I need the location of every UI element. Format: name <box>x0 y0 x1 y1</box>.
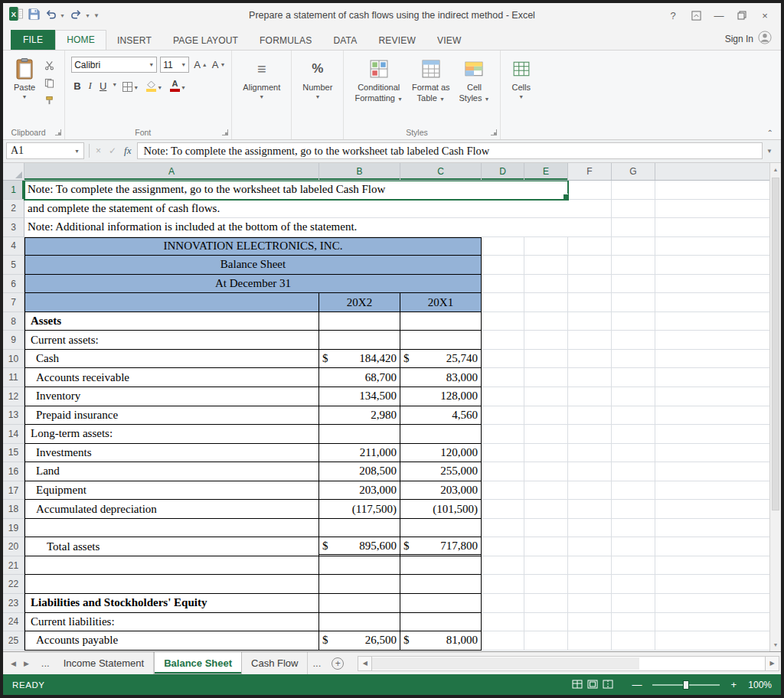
cell-f9[interactable] <box>568 331 612 350</box>
cell-f2[interactable] <box>568 200 612 219</box>
insert-function-icon[interactable]: fx <box>124 145 131 157</box>
cell-e10[interactable] <box>524 350 568 369</box>
column-header-b[interactable]: B <box>319 163 400 180</box>
sheet-prev-icon[interactable]: ◀ <box>11 660 16 667</box>
cell-b7[interactable]: 20X2 <box>319 293 400 312</box>
cell-g1[interactable] <box>612 181 655 200</box>
zoom-out-button[interactable]: — <box>632 679 642 690</box>
cell-f17[interactable] <box>568 481 612 501</box>
cell-d6[interactable] <box>482 275 524 294</box>
cell-d20[interactable] <box>482 537 524 556</box>
cell-e12[interactable] <box>524 387 568 406</box>
cell-d11[interactable] <box>482 368 524 387</box>
cell-a3[interactable]: Note: Additional information is included… <box>24 218 568 237</box>
column-header-e[interactable]: E <box>524 163 568 180</box>
name-box-caret-icon[interactable]: ▼ <box>74 148 80 155</box>
cell-e5[interactable] <box>524 256 568 275</box>
cell-c12[interactable]: 128,000 <box>400 387 482 406</box>
sheet-next-icon[interactable]: ▶ <box>24 660 29 667</box>
cell-b14[interactable] <box>319 425 400 444</box>
cell-e15[interactable] <box>524 444 568 463</box>
row-header-6[interactable]: 6 <box>3 275 24 294</box>
row-header-5[interactable]: 5 <box>3 256 24 275</box>
redo-dropdown-caret-icon[interactable]: ▼ <box>85 13 90 18</box>
cell-b20[interactable]: $895,600 <box>319 537 400 556</box>
column-header-c[interactable]: C <box>400 163 482 180</box>
cell-d24[interactable] <box>482 613 524 632</box>
cell-c21[interactable] <box>400 556 482 576</box>
cell-b13[interactable]: 2,980 <box>319 406 400 426</box>
row-header-8[interactable]: 8 <box>3 312 24 331</box>
cell-f12[interactable] <box>568 387 612 406</box>
cell-a7[interactable] <box>24 293 319 312</box>
zoom-slider[interactable] <box>652 684 720 686</box>
row-header-2[interactable]: 2 <box>3 200 24 219</box>
cell-d25[interactable] <box>482 631 524 651</box>
restore-button[interactable] <box>732 7 752 24</box>
enter-icon[interactable]: ✓ <box>109 145 116 156</box>
cell-e11[interactable] <box>524 368 568 387</box>
cell-f3[interactable] <box>568 218 612 237</box>
save-icon[interactable] <box>28 8 40 23</box>
cell-d22[interactable] <box>482 575 524 594</box>
tab-insert[interactable]: INSERT <box>106 31 162 51</box>
cell-c9[interactable] <box>400 331 482 350</box>
tab-file[interactable]: FILE <box>11 30 55 51</box>
cell-c20[interactable]: $717,800 <box>400 537 482 556</box>
cell-g20[interactable] <box>612 537 655 556</box>
cell-a24[interactable]: Current liabilities: <box>24 613 319 632</box>
undo-icon[interactable] <box>45 8 57 23</box>
shrink-font-icon[interactable]: A▼ <box>211 59 226 70</box>
cell-a11[interactable]: Accounts receivable <box>24 368 319 387</box>
undo-dropdown-caret-icon[interactable]: ▼ <box>60 13 65 18</box>
paste-button[interactable]: Paste ▼ <box>9 55 40 103</box>
cell-b12[interactable]: 134,500 <box>319 387 400 406</box>
cell-g24[interactable] <box>612 613 655 632</box>
row-header-23[interactable]: 23 <box>3 594 24 613</box>
cell-a8[interactable]: Assets <box>24 312 319 331</box>
tab-review[interactable]: REVIEW <box>368 31 426 51</box>
cell-b23[interactable] <box>319 594 400 613</box>
row-header-25[interactable]: 25 <box>3 631 24 651</box>
cell-f1[interactable] <box>568 181 612 200</box>
cell-f10[interactable] <box>568 350 612 369</box>
cell-b8[interactable] <box>319 312 400 331</box>
cell-a22[interactable] <box>24 575 319 594</box>
cell-g23[interactable] <box>612 594 655 613</box>
cell-e14[interactable] <box>524 425 568 444</box>
cell-g11[interactable] <box>612 368 655 387</box>
cell-e24[interactable] <box>524 613 568 632</box>
font-name-combo[interactable]: Calibri ▼ <box>71 57 157 73</box>
cell-f5[interactable] <box>568 256 612 275</box>
cell-d10[interactable] <box>482 350 524 369</box>
cell-a2[interactable]: and complete the statement of cash flows… <box>24 200 568 219</box>
cell-g22[interactable] <box>612 575 655 594</box>
grow-font-icon[interactable]: A▲ <box>192 59 207 70</box>
underline-button[interactable]: U <box>97 77 109 92</box>
cell-c15[interactable]: 120,000 <box>400 444 482 463</box>
format-painter-icon[interactable] <box>41 93 57 107</box>
cell-f25[interactable] <box>568 631 612 651</box>
cell-b24[interactable] <box>319 613 400 632</box>
cell-a21[interactable] <box>24 556 319 576</box>
cell-f20[interactable] <box>568 537 612 556</box>
cell-e25[interactable] <box>524 631 568 651</box>
sheet-tab-income-statement[interactable]: Income Statement <box>54 652 155 674</box>
cell-a20[interactable]: Total assets <box>24 537 319 556</box>
column-header-d[interactable]: D <box>482 163 524 180</box>
cell-f4[interactable] <box>568 237 612 256</box>
cell-f6[interactable] <box>568 275 612 294</box>
cell-e8[interactable] <box>524 312 568 331</box>
cell-d9[interactable] <box>482 331 524 350</box>
row-header-13[interactable]: 13 <box>3 406 24 426</box>
cell-c23[interactable] <box>400 594 482 613</box>
tab-home[interactable]: HOME <box>55 30 106 51</box>
cell-a13[interactable]: Prepaid insurance <box>24 406 319 426</box>
vertical-scrollbar[interactable]: ▲ ▼ <box>769 163 781 651</box>
cell-a14[interactable]: Long-term assets: <box>24 425 319 444</box>
format-as-table-button[interactable]: Format as Table ▼ <box>407 55 455 106</box>
cells-button[interactable]: Cells ▼ <box>507 55 534 103</box>
cell-g9[interactable] <box>612 331 655 350</box>
cell-d13[interactable] <box>482 406 524 426</box>
cut-icon[interactable] <box>41 58 57 72</box>
